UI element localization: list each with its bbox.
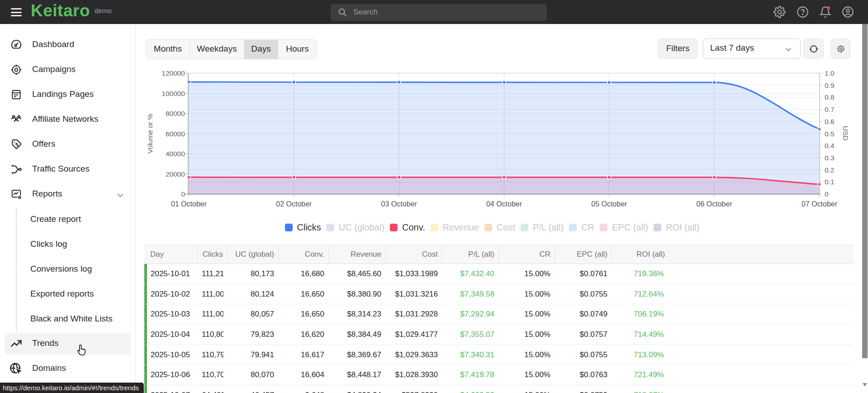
svg-text:60000: 60000: [166, 130, 185, 138]
svg-text:20000: 20000: [166, 170, 185, 178]
svg-text:100000: 100000: [161, 90, 185, 97]
svg-text:0.3: 0.3: [825, 154, 835, 162]
svg-text:0.8: 0.8: [825, 93, 835, 101]
svg-text:01 October: 01 October: [171, 200, 207, 208]
svg-text:USD: USD: [842, 126, 849, 141]
svg-text:0.9: 0.9: [825, 81, 835, 89]
svg-text:0.5: 0.5: [825, 130, 835, 138]
svg-text:0.7: 0.7: [825, 105, 835, 113]
svg-text:80000: 80000: [166, 110, 185, 117]
svg-text:06 October: 06 October: [697, 200, 733, 208]
svg-text:120000: 120000: [161, 69, 185, 77]
svg-text:0.6: 0.6: [825, 118, 835, 125]
svg-text:0.1: 0.1: [825, 178, 835, 186]
svg-text:1.0: 1.0: [825, 69, 835, 77]
svg-text:03 October: 03 October: [381, 200, 417, 208]
svg-text:40000: 40000: [166, 150, 185, 158]
svg-text:04 October: 04 October: [486, 200, 522, 208]
svg-text:05 October: 05 October: [591, 200, 627, 208]
svg-text:0.4: 0.4: [825, 142, 835, 149]
svg-text:Volume or %: Volume or %: [146, 114, 154, 153]
svg-text:0: 0: [825, 190, 829, 198]
svg-text:0.2: 0.2: [825, 166, 835, 174]
svg-text:02 October: 02 October: [276, 200, 312, 208]
svg-text:0: 0: [181, 190, 185, 198]
svg-text:07 October: 07 October: [802, 200, 838, 208]
